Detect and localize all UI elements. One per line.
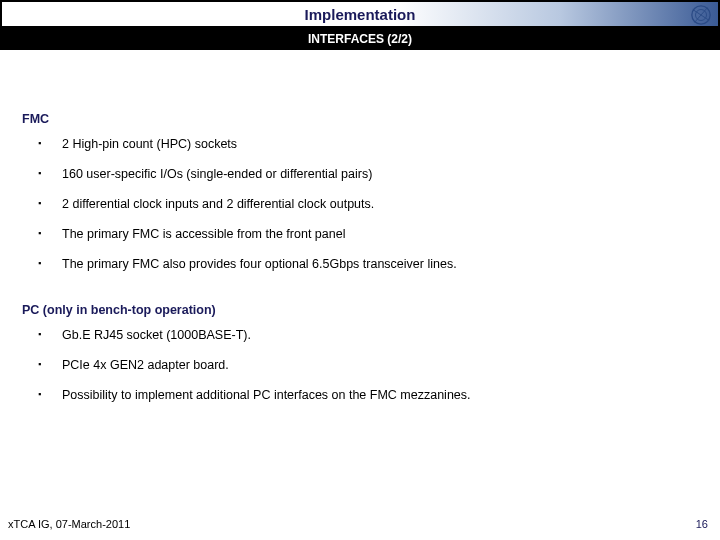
list-item: 160 user-specific I/Os (single-ended or … (38, 166, 698, 183)
section-heading-pc: PC (only in bench-top operation) (22, 303, 698, 317)
list-item: Gb.E RJ45 socket (1000BASE-T). (38, 327, 698, 344)
list-item: Possibility to implement additional PC i… (38, 387, 698, 404)
list-item: The primary FMC is accessible from the f… (38, 226, 698, 243)
list-item: 2 differential clock inputs and 2 differ… (38, 196, 698, 213)
section-heading-fmc: FMC (22, 112, 698, 126)
slide-subtitle: INTERFACES (2/2) (308, 32, 412, 46)
cern-logo-icon (690, 4, 712, 26)
title-bar: Implementation (0, 0, 720, 28)
footer: xTCA IG, 07-March-2011 16 (8, 518, 708, 530)
footer-left-text: xTCA IG, 07-March-2011 (8, 518, 130, 530)
slide-content: FMC 2 High-pin count (HPC) sockets 160 u… (0, 50, 720, 404)
bullet-list-fmc: 2 High-pin count (HPC) sockets 160 user-… (22, 136, 698, 272)
list-item: The primary FMC also provides four optio… (38, 256, 698, 273)
slide-title: Implementation (305, 6, 416, 23)
subtitle-bar: INTERFACES (2/2) (0, 28, 720, 50)
bullet-list-pc: Gb.E RJ45 socket (1000BASE-T). PCIe 4x G… (22, 327, 698, 404)
list-item: 2 High-pin count (HPC) sockets (38, 136, 698, 153)
list-item: PCIe 4x GEN2 adapter board. (38, 357, 698, 374)
page-number: 16 (696, 518, 708, 530)
